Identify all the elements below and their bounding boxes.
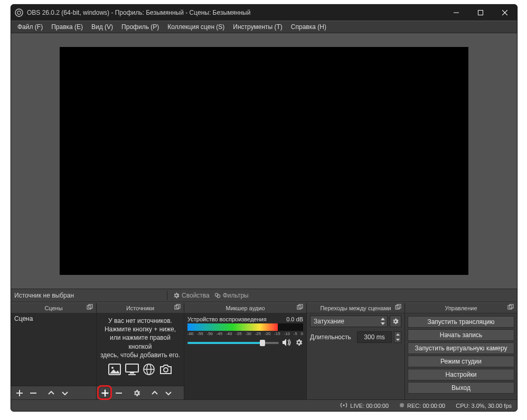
image-icon: [108, 364, 121, 377]
globe-icon: [143, 364, 155, 377]
settings-button[interactable]: Настройки: [408, 369, 514, 380]
svg-rect-17: [126, 364, 138, 372]
svg-rect-18: [130, 373, 134, 374]
scene-down-button[interactable]: [59, 387, 71, 399]
transition-settings-button[interactable]: [390, 316, 401, 327]
app-icon: [11, 8, 27, 17]
sources-popout-icon[interactable]: [174, 304, 182, 311]
svg-marker-32: [381, 322, 385, 325]
record-dot-icon: [399, 403, 404, 409]
mixer-device-name: Устройство воспроизведения: [187, 316, 267, 322]
menu-edit[interactable]: Правка (E): [47, 22, 87, 32]
start-recording-button[interactable]: Начать запись: [408, 329, 514, 341]
close-button[interactable]: [493, 5, 517, 21]
svg-point-23: [164, 368, 168, 372]
camera-icon: [159, 364, 173, 377]
mixer-title: Микшер аудио: [225, 305, 265, 311]
titlebar: OBS 26.0.2 (64-bit, windows) - Профиль: …: [11, 5, 517, 21]
source-remove-button[interactable]: [112, 387, 125, 399]
svg-marker-34: [396, 339, 400, 341]
sources-title: Источники: [126, 305, 154, 311]
source-add-button[interactable]: [99, 387, 111, 399]
maximize-button[interactable]: [468, 5, 493, 21]
controls-dock: Управление Запустить трансляцию Начать з…: [405, 303, 517, 399]
mixer-level: 0.0 dB: [286, 316, 303, 322]
svg-marker-33: [396, 333, 400, 336]
scene-remove-button[interactable]: [27, 387, 40, 399]
display-icon: [125, 364, 139, 377]
chevron-down-icon[interactable]: [379, 321, 387, 326]
source-properties-button[interactable]: [130, 387, 143, 399]
svg-point-38: [400, 403, 404, 407]
transitions-popout-icon[interactable]: [395, 304, 402, 311]
svg-marker-31: [381, 318, 385, 320]
controls-title: Управление: [445, 305, 477, 311]
menu-tools[interactable]: Инструменты (T): [229, 22, 286, 32]
no-source-label: Источник не выбран: [14, 292, 74, 299]
minimize-button[interactable]: [444, 5, 468, 21]
svg-point-1: [17, 11, 21, 14]
menu-view[interactable]: Вид (V): [87, 22, 117, 32]
preview-canvas[interactable]: [60, 47, 468, 275]
svg-point-37: [343, 404, 345, 406]
source-up-button[interactable]: [148, 387, 161, 399]
transition-select[interactable]: Затухание: [310, 316, 388, 327]
scenes-title: Сцены: [44, 305, 62, 311]
speaker-icon[interactable]: [282, 338, 291, 348]
svg-point-0: [15, 9, 23, 16]
meter-ticks: -60-55-50-45-40-35-30-25-20-15-10-50: [187, 331, 303, 336]
menu-scene-collection[interactable]: Коллекция сцен (S): [163, 22, 229, 32]
obs-window: OBS 26.0.2 (64-bit, windows) - Профиль: …: [11, 4, 517, 412]
duration-label: Длительность: [310, 333, 351, 341]
sources-empty-hint: У вас нет источников. Нажмите кнопку + н…: [97, 313, 184, 359]
menu-profile[interactable]: Профиль (P): [117, 22, 163, 32]
menu-help[interactable]: Справка (H): [287, 22, 331, 32]
status-cpu: CPU: 3.0%, 30.00 fps: [456, 403, 512, 409]
source-down-button[interactable]: [162, 387, 175, 399]
filters-button[interactable]: Фильтры: [212, 292, 251, 299]
scenes-popout-icon[interactable]: [87, 304, 94, 311]
docks-row: Сцены Сцена Источники У вас не: [11, 302, 517, 399]
scene-up-button[interactable]: [45, 387, 58, 399]
duration-field[interactable]: 300 ms: [357, 331, 392, 343]
scenes-dock: Сцены Сцена: [11, 303, 97, 399]
mixer-channel: Устройство воспроизведения 0.0 dB -60-55…: [184, 313, 306, 350]
preview-area[interactable]: [11, 33, 517, 289]
menu-file[interactable]: Файл (F): [13, 22, 47, 32]
sources-dock: Источники У вас нет источников. Нажмите …: [97, 303, 184, 399]
exit-button[interactable]: Выход: [408, 382, 514, 394]
chevron-up-icon[interactable]: [379, 317, 387, 321]
svg-point-16: [111, 367, 114, 369]
properties-button[interactable]: Свойства: [171, 292, 212, 299]
sources-list[interactable]: У вас нет источников. Нажмите кнопку + н…: [97, 313, 184, 386]
start-virtual-cam-button[interactable]: Запустить виртуальную камеру: [408, 342, 514, 354]
svg-rect-3: [478, 11, 483, 15]
scene-item[interactable]: Сцена: [11, 313, 96, 324]
transitions-title: Переходы между сценами: [320, 305, 391, 311]
source-toolbar: Источник не выбран Свойства Фильтры: [11, 289, 517, 302]
duration-down-icon[interactable]: [394, 337, 401, 342]
audio-meter: [187, 323, 303, 331]
status-live: LIVE: 00:00:00: [340, 402, 389, 409]
volume-slider[interactable]: [187, 342, 279, 344]
window-title: OBS 26.0.2 (64-bit, windows) - Профиль: …: [27, 9, 444, 16]
menubar: Файл (F) Правка (E) Вид (V) Профиль (P) …: [11, 21, 517, 33]
start-streaming-button[interactable]: Запустить трансляцию: [408, 316, 514, 328]
mixer-settings-icon[interactable]: [295, 338, 303, 348]
scene-add-button[interactable]: [13, 387, 26, 399]
studio-mode-button[interactable]: Режим студии: [408, 356, 514, 367]
statusbar: LIVE: 00:00:00 REC: 00:00:00 CPU: 3.0%, …: [11, 399, 517, 411]
transitions-dock: Переходы между сценами Затухание Длитель…: [307, 303, 405, 399]
scenes-list[interactable]: Сцена: [11, 313, 96, 386]
duration-up-icon[interactable]: [394, 332, 401, 337]
controls-popout-icon[interactable]: [507, 304, 515, 311]
status-rec: REC: 00:00:00: [399, 403, 445, 409]
mixer-popout-icon[interactable]: [297, 304, 304, 311]
mixer-dock: Микшер аудио Устройство воспроизведения …: [184, 303, 307, 399]
broadcast-icon: [340, 402, 347, 409]
svg-rect-19: [128, 374, 136, 375]
